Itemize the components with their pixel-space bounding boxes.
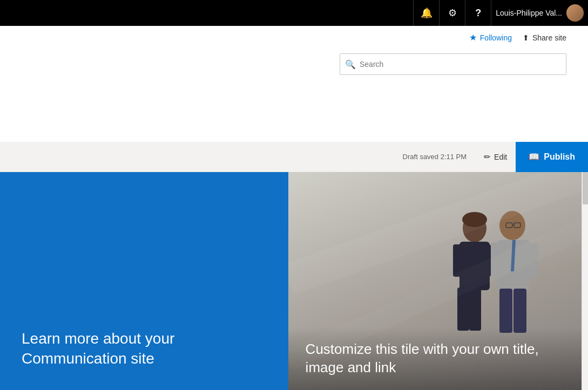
nav-icons: 🔔 ⚙ ? Louis-Philippe Val...	[413, 0, 588, 26]
main-content: Learn more about your Communication site	[0, 172, 588, 390]
site-header: ★ Following ⬆ Share site 🔍	[0, 26, 588, 142]
following-button[interactable]: ★ Following	[469, 32, 512, 43]
publish-label: Publish	[544, 152, 575, 162]
share-icon: ⬆	[523, 33, 529, 42]
help-button[interactable]: ?	[465, 0, 491, 26]
user-menu[interactable]: Louis-Philippe Val...	[491, 0, 588, 26]
svg-line-17	[288, 172, 588, 280]
star-icon: ★	[469, 32, 477, 43]
share-label: Share site	[532, 33, 566, 42]
bell-icon: 🔔	[421, 7, 432, 19]
avatar	[566, 4, 584, 22]
scrollbar-thumb[interactable]	[583, 172, 588, 204]
search-bar-wrapper: 🔍	[340, 53, 566, 75]
question-icon: ?	[475, 8, 481, 19]
pencil-icon: ✏	[484, 152, 491, 162]
right-tile-text: Customize this tile with your own title,…	[306, 340, 571, 377]
book-icon: 📖	[529, 152, 539, 162]
left-tile[interactable]: Learn more about your Communication site	[0, 172, 288, 390]
user-name-label: Louis-Philippe Val...	[496, 9, 562, 17]
edit-label: Edit	[494, 153, 507, 161]
left-tile-text: Learn more about your Communication site	[22, 329, 227, 368]
right-tile[interactable]: Customize this tile with your own title,…	[288, 172, 588, 390]
search-input[interactable]	[340, 53, 566, 75]
following-label: Following	[480, 33, 512, 42]
top-nav: 🔔 ⚙ ? Louis-Philippe Val...	[0, 0, 588, 26]
draft-status: Draft saved 2:11 PM	[403, 153, 467, 161]
right-tile-overlay: Customize this tile with your own title,…	[288, 327, 588, 390]
header-actions: ★ Following ⬆ Share site	[469, 32, 566, 43]
settings-button[interactable]: ⚙	[439, 0, 465, 26]
scrollbar-track[interactable]	[582, 172, 588, 390]
gear-icon: ⚙	[448, 7, 457, 19]
share-site-button[interactable]: ⬆ Share site	[523, 33, 566, 42]
edit-toolbar: Draft saved 2:11 PM ✏ Edit 📖 Publish	[0, 142, 588, 172]
notifications-button[interactable]: 🔔	[413, 0, 439, 26]
avatar-image	[566, 4, 584, 22]
edit-button[interactable]: ✏ Edit	[475, 142, 516, 172]
publish-button[interactable]: 📖 Publish	[516, 142, 588, 172]
